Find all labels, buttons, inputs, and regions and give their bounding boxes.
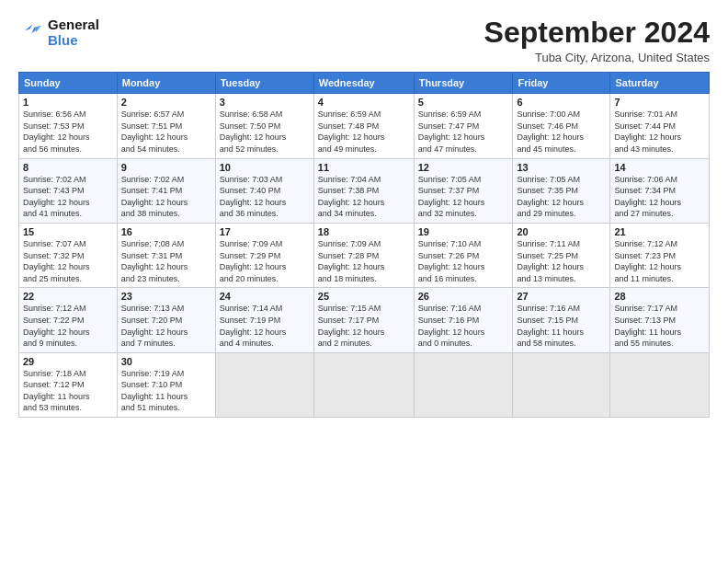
- day-number: 22: [23, 291, 113, 302]
- header-saturday: Saturday: [610, 73, 710, 94]
- day-detail: Sunrise: 7:11 AMSunset: 7:25 PMDaylight:…: [517, 238, 606, 284]
- header-sunday: Sunday: [19, 73, 118, 94]
- day-detail: Sunrise: 7:12 AMSunset: 7:22 PMDaylight:…: [23, 303, 113, 349]
- day-detail: Sunrise: 7:09 AMSunset: 7:29 PMDaylight:…: [220, 238, 310, 284]
- day-detail: Sunrise: 7:18 AMSunset: 7:12 PMDaylight:…: [23, 368, 113, 414]
- cell-week2-day1: 9 Sunrise: 7:02 AMSunset: 7:41 PMDayligh…: [117, 158, 215, 223]
- day-number: 21: [614, 226, 705, 237]
- day-number: 7: [614, 97, 705, 108]
- cell-week2-day4: 12 Sunrise: 7:05 AMSunset: 7:37 PMDaylig…: [414, 158, 513, 223]
- day-detail: Sunrise: 7:06 AMSunset: 7:34 PMDaylight:…: [614, 174, 705, 220]
- cell-week3-day4: 19 Sunrise: 7:10 AMSunset: 7:26 PMDaylig…: [414, 223, 513, 287]
- cell-week3-day3: 18 Sunrise: 7:09 AMSunset: 7:28 PMDaylig…: [313, 223, 414, 287]
- week-row-5: 29 Sunrise: 7:18 AMSunset: 7:12 PMDaylig…: [19, 352, 710, 417]
- day-number: 13: [517, 162, 606, 173]
- cell-week4-day4: 26 Sunrise: 7:16 AMSunset: 7:16 PMDaylig…: [414, 288, 513, 352]
- cell-week2-day2: 10 Sunrise: 7:03 AMSunset: 7:40 PMDaylig…: [215, 158, 313, 223]
- day-detail: Sunrise: 7:05 AMSunset: 7:37 PMDaylight:…: [418, 174, 509, 220]
- day-number: 1: [23, 97, 113, 108]
- day-number: 5: [418, 97, 509, 108]
- day-number: 18: [318, 226, 410, 237]
- cell-week1-day3: 4 Sunrise: 6:59 AMSunset: 7:48 PMDayligh…: [313, 94, 414, 158]
- cell-week4-day3: 25 Sunrise: 7:15 AMSunset: 7:17 PMDaylig…: [313, 288, 414, 352]
- day-number: 27: [517, 291, 606, 302]
- cell-week3-day0: 15 Sunrise: 7:07 AMSunset: 7:32 PMDaylig…: [19, 223, 118, 287]
- cell-week3-day1: 16 Sunrise: 7:08 AMSunset: 7:31 PMDaylig…: [117, 223, 215, 287]
- week-row-3: 15 Sunrise: 7:07 AMSunset: 7:32 PMDaylig…: [19, 223, 710, 287]
- day-detail: Sunrise: 6:59 AMSunset: 7:47 PMDaylight:…: [418, 109, 509, 155]
- cell-week4-day6: 28 Sunrise: 7:17 AMSunset: 7:13 PMDaylig…: [610, 288, 710, 352]
- cell-week5-day0: 29 Sunrise: 7:18 AMSunset: 7:12 PMDaylig…: [19, 352, 118, 417]
- day-detail: Sunrise: 6:56 AMSunset: 7:53 PMDaylight:…: [23, 109, 113, 155]
- cell-week3-day5: 20 Sunrise: 7:11 AMSunset: 7:25 PMDaylig…: [513, 223, 610, 287]
- cell-week4-day5: 27 Sunrise: 7:16 AMSunset: 7:15 PMDaylig…: [513, 288, 610, 352]
- day-number: 12: [418, 162, 509, 173]
- title-block: September 2024 Tuba City, Arizona, Unite…: [484, 17, 710, 64]
- location-subtitle: Tuba City, Arizona, United States: [484, 51, 710, 64]
- calendar-header-row: Sunday Monday Tuesday Wednesday Thursday…: [19, 73, 710, 94]
- day-detail: Sunrise: 6:57 AMSunset: 7:51 PMDaylight:…: [121, 109, 211, 155]
- header-thursday: Thursday: [414, 73, 513, 94]
- cell-week1-day0: 1 Sunrise: 6:56 AMSunset: 7:53 PMDayligh…: [19, 94, 118, 158]
- day-number: 3: [220, 97, 310, 108]
- day-number: 6: [517, 97, 606, 108]
- day-detail: Sunrise: 6:59 AMSunset: 7:48 PMDaylight:…: [318, 109, 410, 155]
- page: General Blue September 2024 Tuba City, A…: [0, 0, 728, 563]
- day-number: 9: [121, 162, 211, 173]
- day-number: 11: [318, 162, 410, 173]
- cell-week5-day4: [414, 352, 513, 417]
- day-number: 26: [418, 291, 509, 302]
- day-detail: Sunrise: 7:02 AMSunset: 7:43 PMDaylight:…: [23, 174, 113, 220]
- day-detail: Sunrise: 7:05 AMSunset: 7:35 PMDaylight:…: [517, 174, 606, 220]
- day-number: 8: [23, 162, 113, 173]
- day-number: 19: [418, 226, 509, 237]
- day-detail: Sunrise: 7:03 AMSunset: 7:40 PMDaylight:…: [220, 174, 310, 220]
- cell-week4-day2: 24 Sunrise: 7:14 AMSunset: 7:19 PMDaylig…: [215, 288, 313, 352]
- day-detail: Sunrise: 7:04 AMSunset: 7:38 PMDaylight:…: [318, 174, 410, 220]
- day-number: 14: [614, 162, 705, 173]
- day-detail: Sunrise: 7:17 AMSunset: 7:13 PMDaylight:…: [614, 303, 705, 349]
- day-number: 2: [121, 97, 211, 108]
- month-title: September 2024: [484, 17, 710, 49]
- cell-week1-day1: 2 Sunrise: 6:57 AMSunset: 7:51 PMDayligh…: [117, 94, 215, 158]
- day-detail: Sunrise: 7:10 AMSunset: 7:26 PMDaylight:…: [418, 238, 509, 284]
- day-number: 24: [220, 291, 310, 302]
- day-detail: Sunrise: 7:12 AMSunset: 7:23 PMDaylight:…: [614, 238, 705, 284]
- cell-week5-day6: [610, 352, 710, 417]
- day-detail: Sunrise: 7:09 AMSunset: 7:28 PMDaylight:…: [318, 238, 410, 284]
- header-monday: Monday: [117, 73, 215, 94]
- day-number: 20: [517, 226, 606, 237]
- cell-week1-day2: 3 Sunrise: 6:58 AMSunset: 7:50 PMDayligh…: [215, 94, 313, 158]
- cell-week5-day1: 30 Sunrise: 7:19 AMSunset: 7:10 PMDaylig…: [117, 352, 215, 417]
- logo: General Blue: [18, 17, 99, 49]
- day-number: 17: [220, 226, 310, 237]
- header-tuesday: Tuesday: [215, 73, 313, 94]
- calendar-table: Sunday Monday Tuesday Wednesday Thursday…: [18, 72, 710, 418]
- svg-marker-1: [35, 26, 41, 32]
- cell-week3-day2: 17 Sunrise: 7:09 AMSunset: 7:29 PMDaylig…: [215, 223, 313, 287]
- day-detail: Sunrise: 6:58 AMSunset: 7:50 PMDaylight:…: [220, 109, 310, 155]
- header-wednesday: Wednesday: [313, 73, 414, 94]
- day-detail: Sunrise: 7:16 AMSunset: 7:15 PMDaylight:…: [517, 303, 606, 349]
- day-number: 23: [121, 291, 211, 302]
- cell-week1-day4: 5 Sunrise: 6:59 AMSunset: 7:47 PMDayligh…: [414, 94, 513, 158]
- cell-week2-day0: 8 Sunrise: 7:02 AMSunset: 7:43 PMDayligh…: [19, 158, 118, 223]
- cell-week2-day3: 11 Sunrise: 7:04 AMSunset: 7:38 PMDaylig…: [313, 158, 414, 223]
- cell-week1-day6: 7 Sunrise: 7:01 AMSunset: 7:44 PMDayligh…: [610, 94, 710, 158]
- cell-week5-day3: [313, 352, 414, 417]
- day-detail: Sunrise: 7:13 AMSunset: 7:20 PMDaylight:…: [121, 303, 211, 349]
- day-detail: Sunrise: 7:01 AMSunset: 7:44 PMDaylight:…: [614, 109, 705, 155]
- day-detail: Sunrise: 7:14 AMSunset: 7:19 PMDaylight:…: [220, 303, 310, 349]
- day-number: 10: [220, 162, 310, 173]
- day-detail: Sunrise: 7:19 AMSunset: 7:10 PMDaylight:…: [121, 368, 211, 414]
- day-number: 28: [614, 291, 705, 302]
- day-number: 29: [23, 356, 113, 367]
- cell-week1-day5: 6 Sunrise: 7:00 AMSunset: 7:46 PMDayligh…: [513, 94, 610, 158]
- day-detail: Sunrise: 7:00 AMSunset: 7:46 PMDaylight:…: [517, 109, 606, 155]
- cell-week2-day6: 14 Sunrise: 7:06 AMSunset: 7:34 PMDaylig…: [610, 158, 710, 223]
- cell-week2-day5: 13 Sunrise: 7:05 AMSunset: 7:35 PMDaylig…: [513, 158, 610, 223]
- week-row-1: 1 Sunrise: 6:56 AMSunset: 7:53 PMDayligh…: [19, 94, 710, 158]
- day-detail: Sunrise: 7:15 AMSunset: 7:17 PMDaylight:…: [318, 303, 410, 349]
- week-row-4: 22 Sunrise: 7:12 AMSunset: 7:22 PMDaylig…: [19, 288, 710, 352]
- cell-week4-day1: 23 Sunrise: 7:13 AMSunset: 7:20 PMDaylig…: [117, 288, 215, 352]
